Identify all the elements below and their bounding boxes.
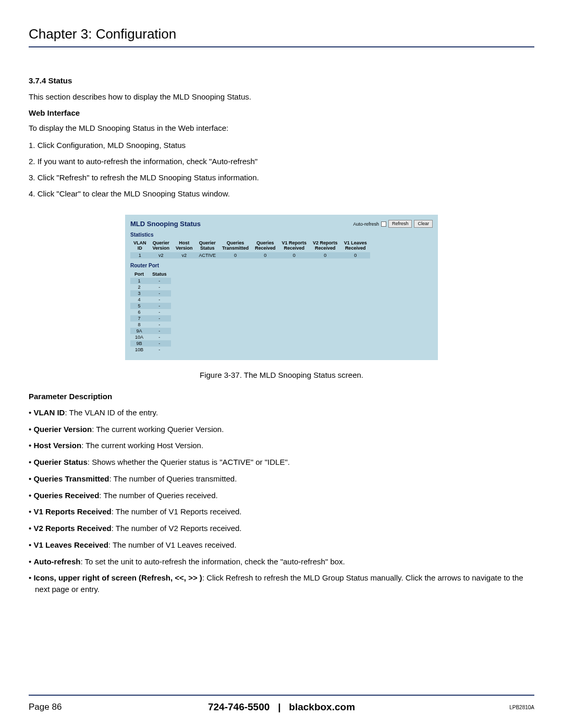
parameter-item: • V1 Reports Received: The number of V1 … <box>29 506 534 517</box>
parameter-desc: : Shows whether the Querier status is "A… <box>88 458 290 466</box>
parameter-term: VLAN ID <box>33 408 65 417</box>
parameter-term: V1 Reports Received <box>33 507 111 516</box>
parameter-desc: : The current working Host Version. <box>81 441 203 450</box>
router-port-label: Router Port <box>130 263 433 268</box>
parameter-term: Icons, upper right of screen (Refresh, <… <box>33 573 202 582</box>
statistics-label: Statistics <box>130 232 433 238</box>
router-cell: 7 <box>130 315 148 322</box>
screenshot-title: MLD Snooping Status <box>130 220 201 228</box>
parameter-item: • Icons, upper right of screen (Refresh,… <box>29 572 534 595</box>
router-cell: 6 <box>130 309 148 315</box>
parameter-term: Auto-refresh <box>33 557 80 566</box>
router-cell: - <box>148 303 171 309</box>
parameter-term: Querier Status <box>33 458 87 466</box>
footer-page: Page 86 <box>29 702 62 712</box>
parameter-desc: : The number of V2 Reports received. <box>112 524 242 533</box>
stats-header: QueriesTransmitted <box>219 240 252 252</box>
step-item: 4. Click "Clear" to clear the MLD Snoopi… <box>29 188 534 199</box>
parameter-description-heading: Parameter Description <box>29 392 534 401</box>
router-cell: - <box>148 278 171 284</box>
router-cell: - <box>148 322 171 328</box>
stats-header: QuerierStatus <box>196 240 219 252</box>
stats-cell: 0 <box>279 252 310 258</box>
parameter-term: Queries Received <box>33 491 99 500</box>
footer-model: LPB2810A <box>509 705 534 710</box>
router-cell: 4 <box>130 297 148 303</box>
router-cell: 10A <box>130 334 148 340</box>
auto-refresh-label: Auto-refresh <box>353 221 379 227</box>
parameter-term: Host Version <box>33 441 81 450</box>
router-cell: - <box>148 334 171 340</box>
router-cell: 1 <box>130 278 148 284</box>
router-cell: - <box>148 284 171 290</box>
stats-header: HostVersion <box>173 240 196 252</box>
embedded-screenshot: MLD Snooping Status Auto-refresh Refresh… <box>125 215 438 360</box>
router-cell: 2 <box>130 284 148 290</box>
parameter-item: • V1 Leaves Received: The number of V1 L… <box>29 539 534 551</box>
stats-cell: 0 <box>341 252 370 258</box>
web-interface-intro: To display the MLD Snooping Status in th… <box>29 122 534 133</box>
step-list: 1. Click Configuration, MLD Snooping, St… <box>29 140 534 199</box>
stats-cell: 0 <box>310 252 341 258</box>
router-header-port: Port <box>130 270 148 278</box>
router-cell: - <box>148 309 171 315</box>
parameter-term: Queries Transmitted <box>33 474 109 483</box>
router-cell: - <box>148 328 171 334</box>
parameter-item: • VLAN ID: The VLAN ID of the entry. <box>29 407 534 418</box>
clear-button[interactable]: Clear <box>414 220 433 228</box>
parameter-desc: : The current working Querier Version. <box>92 425 224 434</box>
router-cell: - <box>148 347 171 353</box>
parameter-desc: : The number of V1 Reports received. <box>112 507 242 516</box>
parameter-desc: : The number of V1 Leaves received. <box>108 540 237 549</box>
stats-cell: ACTIVE <box>196 252 219 258</box>
step-item: 3. Click "Refresh" to refresh the MLD Sn… <box>29 172 534 183</box>
parameter-item: • V2 Reports Received: The number of V2 … <box>29 523 534 534</box>
parameter-desc: : The number of Queries transmitted. <box>109 474 237 483</box>
step-item: 1. Click Configuration, MLD Snooping, St… <box>29 140 534 151</box>
router-cell: 5 <box>130 303 148 309</box>
stats-cell: 1 <box>130 252 150 258</box>
web-interface-heading: Web Interface <box>29 108 534 117</box>
parameter-term: V1 Leaves Received <box>33 540 108 549</box>
parameter-item: • Queries Received: The number of Querie… <box>29 490 534 501</box>
router-cell: - <box>148 340 171 347</box>
auto-refresh-checkbox[interactable] <box>381 221 386 227</box>
parameter-term: Querier Version <box>33 425 92 434</box>
parameter-item: • Queries Transmitted: The number of Que… <box>29 473 534 485</box>
figure-caption: Figure 3-37. The MLD Snooping Status scr… <box>29 371 534 379</box>
stats-header: QueriesReceived <box>252 240 279 252</box>
parameter-desc: : The number of Queries received. <box>99 491 217 500</box>
parameter-desc: : To set the unit to auto-refresh the in… <box>80 557 345 566</box>
stats-header: V2 ReportsReceived <box>310 240 341 252</box>
footer-center: 724-746-5500 | blackbox.com <box>208 701 355 713</box>
stats-header: V1 LeavesReceived <box>341 240 370 252</box>
parameter-item: • Auto-refresh: To set the unit to auto-… <box>29 556 534 567</box>
stats-header: V1 ReportsReceived <box>279 240 310 252</box>
parameter-item: • Querier Version: The current working Q… <box>29 424 534 435</box>
router-cell: 9B <box>130 340 148 347</box>
section-number-title: 3.7.4 Status <box>29 76 534 85</box>
stats-header: QuerierVersion <box>150 240 173 252</box>
router-cell: - <box>148 290 171 297</box>
page-footer: Page 86 724-746-5500 | blackbox.com LPB2… <box>29 695 534 712</box>
statistics-table: VLANIDQuerierVersionHostVersionQuerierSt… <box>130 240 370 258</box>
parameter-list: • VLAN ID: The VLAN ID of the entry.• Qu… <box>29 407 534 595</box>
chapter-title: Chapter 3: Configuration <box>29 26 534 47</box>
section-intro: This section describes how to display th… <box>29 91 534 102</box>
stats-cell: 0 <box>252 252 279 258</box>
step-item: 2. If you want to auto-refresh the infor… <box>29 156 534 167</box>
router-cell: - <box>148 315 171 322</box>
router-cell: 10B <box>130 347 148 353</box>
router-cell: 9A <box>130 328 148 334</box>
parameter-desc: : The VLAN ID of the entry. <box>65 408 158 417</box>
parameter-item: • Querier Status: Shows whether the Quer… <box>29 456 534 468</box>
router-port-table: Port Status 1-2-3-4-5-6-7-8-9A-10A-9B-10… <box>130 270 171 353</box>
stats-header: VLANID <box>130 240 150 252</box>
router-header-status: Status <box>148 270 171 278</box>
parameter-item: • Host Version: The current working Host… <box>29 440 534 451</box>
stats-cell: v2 <box>173 252 196 258</box>
router-cell: - <box>148 297 171 303</box>
refresh-button[interactable]: Refresh <box>388 220 412 228</box>
parameter-term: V2 Reports Received <box>33 524 111 533</box>
stats-cell: v2 <box>150 252 173 258</box>
